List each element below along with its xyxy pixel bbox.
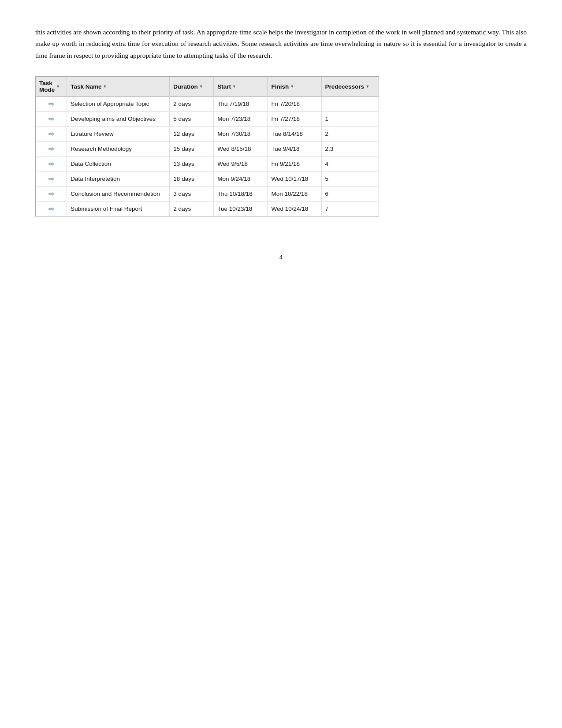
duration-cell: 3 days <box>170 187 214 202</box>
col-header-predecessors-label: Predecessors <box>325 83 365 90</box>
table-row: ⇨Data Interpretetion18 daysMon 9/24/18We… <box>36 172 379 187</box>
task-mode-icon: ⇨ <box>48 100 54 108</box>
duration-cell: 18 days <box>170 172 214 187</box>
col-header-finish[interactable]: Finish ▼ <box>268 77 321 97</box>
predecessors-cell: 2,3 <box>321 142 379 157</box>
col-header-task-mode[interactable]: TaskMode ▼ <box>36 77 67 97</box>
table-row: ⇨Conclusion and Recommendetion3 daysThu … <box>36 187 379 202</box>
start-sort-icon[interactable]: ▼ <box>232 84 236 89</box>
main-paragraph: this activities are shown according to t… <box>35 26 527 61</box>
predecessors-cell: 6 <box>321 187 379 202</box>
task-mode-icon: ⇨ <box>48 160 54 168</box>
start-cell: Wed 8/15/18 <box>214 142 268 157</box>
task-mode-cell: ⇨ <box>36 157 67 172</box>
table-row: ⇨Submission of Final Report2 daysTue 10/… <box>36 202 379 217</box>
page-number: 4 <box>35 254 527 261</box>
task-name-cell: Data Interpretetion <box>67 172 170 187</box>
start-cell: Wed 9/5/18 <box>214 157 268 172</box>
duration-cell: 12 days <box>170 127 214 142</box>
col-header-task-mode-label: TaskMode <box>39 80 55 93</box>
finish-cell: Fri 7/20/18 <box>268 97 321 112</box>
finish-cell: Tue 9/4/18 <box>268 142 321 157</box>
start-cell: Thu 10/18/18 <box>214 187 268 202</box>
col-header-task-name-label: Task Name <box>71 83 101 90</box>
task-mode-sort-icon[interactable]: ▼ <box>56 84 60 89</box>
task-mode-icon: ⇨ <box>48 190 54 198</box>
task-mode-icon: ⇨ <box>48 205 54 213</box>
task-mode-cell: ⇨ <box>36 187 67 202</box>
finish-cell: Fri 9/21/18 <box>268 157 321 172</box>
table-body: ⇨Selection of Appropriate Topic2 daysThu… <box>36 97 379 217</box>
predecessors-cell: 2 <box>321 127 379 142</box>
predecessors-cell: 1 <box>321 112 379 127</box>
duration-sort-icon[interactable]: ▼ <box>199 84 203 89</box>
task-mode-cell: ⇨ <box>36 142 67 157</box>
table-header-row: TaskMode ▼ Task Name ▼ Duration ▼ <box>36 77 379 97</box>
task-mode-cell: ⇨ <box>36 112 67 127</box>
task-name-cell: Research Methodology <box>67 142 170 157</box>
gantt-table: TaskMode ▼ Task Name ▼ Duration ▼ <box>36 77 379 216</box>
table-row: ⇨Developing aims and Objectives5 daysMon… <box>36 112 379 127</box>
task-name-sort-icon[interactable]: ▼ <box>103 84 107 89</box>
task-mode-cell: ⇨ <box>36 202 67 217</box>
duration-cell: 13 days <box>170 157 214 172</box>
predecessors-cell: 7 <box>321 202 379 217</box>
duration-cell: 2 days <box>170 202 214 217</box>
col-header-task-name[interactable]: Task Name ▼ <box>67 77 170 97</box>
task-name-cell: Developing aims and Objectives <box>67 112 170 127</box>
start-cell: Mon 9/24/18 <box>214 172 268 187</box>
finish-sort-icon[interactable]: ▼ <box>290 84 294 89</box>
finish-cell: Tue 8/14/18 <box>268 127 321 142</box>
start-cell: Mon 7/23/18 <box>214 112 268 127</box>
task-name-cell: Submission of Final Report <box>67 202 170 217</box>
finish-cell: Mon 10/22/18 <box>268 187 321 202</box>
task-mode-icon: ⇨ <box>48 115 54 123</box>
finish-cell: Wed 10/24/18 <box>268 202 321 217</box>
col-header-duration[interactable]: Duration ▼ <box>170 77 214 97</box>
gantt-table-container: TaskMode ▼ Task Name ▼ Duration ▼ <box>35 76 379 217</box>
col-header-duration-label: Duration <box>173 83 198 90</box>
task-name-cell: Conclusion and Recommendetion <box>67 187 170 202</box>
duration-cell: 15 days <box>170 142 214 157</box>
predecessors-sort-icon[interactable]: ▼ <box>365 84 369 89</box>
col-header-predecessors[interactable]: Predecessors ▼ <box>321 77 379 97</box>
predecessors-cell: 4 <box>321 157 379 172</box>
col-header-start[interactable]: Start ▼ <box>214 77 268 97</box>
task-mode-cell: ⇨ <box>36 127 67 142</box>
start-cell: Thu 7/19/18 <box>214 97 268 112</box>
task-mode-cell: ⇨ <box>36 97 67 112</box>
table-row: ⇨Litrature Review12 daysMon 7/30/18Tue 8… <box>36 127 379 142</box>
task-mode-icon: ⇨ <box>48 145 54 153</box>
duration-cell: 5 days <box>170 112 214 127</box>
predecessors-cell <box>321 97 379 112</box>
start-cell: Mon 7/30/18 <box>214 127 268 142</box>
task-name-cell: Litrature Review <box>67 127 170 142</box>
task-mode-icon: ⇨ <box>48 130 54 138</box>
finish-cell: Wed 10/17/18 <box>268 172 321 187</box>
table-row: ⇨Data Collection13 daysWed 9/5/18Fri 9/2… <box>36 157 379 172</box>
task-mode-icon: ⇨ <box>48 175 54 183</box>
col-header-start-label: Start <box>217 83 231 90</box>
task-mode-cell: ⇨ <box>36 172 67 187</box>
col-header-finish-label: Finish <box>271 83 289 90</box>
table-row: ⇨Research Methodology15 daysWed 8/15/18T… <box>36 142 379 157</box>
table-row: ⇨Selection of Appropriate Topic2 daysThu… <box>36 97 379 112</box>
finish-cell: Fri 7/27/18 <box>268 112 321 127</box>
duration-cell: 2 days <box>170 97 214 112</box>
predecessors-cell: 5 <box>321 172 379 187</box>
task-name-cell: Data Collection <box>67 157 170 172</box>
start-cell: Tue 10/23/18 <box>214 202 268 217</box>
task-name-cell: Selection of Appropriate Topic <box>67 97 170 112</box>
